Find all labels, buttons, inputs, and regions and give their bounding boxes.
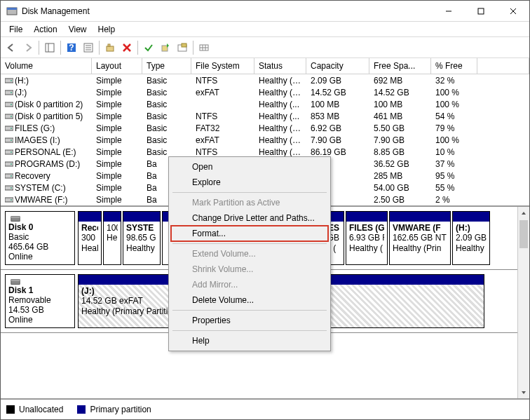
column-header-freespace[interactable]: Free Spa... (369, 58, 431, 74)
scroll-thumb[interactable] (519, 220, 528, 248)
svg-rect-48 (11, 217, 20, 218)
svg-rect-3 (478, 8, 484, 14)
toolbar-separator (193, 41, 193, 55)
svg-point-34 (11, 128, 12, 129)
export-button[interactable] (175, 40, 190, 55)
volume-row[interactable]: FILES (G:)SimpleBasicFAT32Healthy (P...6… (1, 122, 529, 134)
menu-item-action[interactable]: Action (28, 23, 62, 36)
svg-point-30 (11, 104, 12, 105)
legend-primary: Primary partition (77, 405, 151, 414)
context-item-shrink-volume: Shrink Volume... (171, 262, 328, 277)
context-item-change-drive-letter-and-paths[interactable]: Change Drive Letter and Paths... (171, 210, 328, 226)
context-item-explore[interactable]: Explore (171, 175, 328, 190)
svg-rect-41 (5, 174, 13, 178)
context-menu-separator (172, 310, 327, 311)
column-header-pctfree[interactable]: % Free (431, 58, 477, 74)
legend-label-unallocated: Unallocated (19, 405, 63, 414)
svg-point-40 (11, 163, 12, 165)
svg-rect-18 (162, 46, 168, 51)
partition[interactable]: (H:)2.09 GBHealthy (452, 211, 490, 265)
check-button[interactable] (141, 40, 156, 55)
svg-rect-35 (5, 138, 13, 142)
svg-rect-39 (5, 162, 13, 166)
scroll-down-button[interactable] (518, 386, 529, 398)
svg-point-36 (11, 140, 12, 141)
close-button[interactable] (497, 1, 529, 21)
context-menu-separator (172, 330, 327, 331)
column-header-type[interactable]: Type (142, 58, 191, 74)
column-header-layout[interactable]: Layout (92, 58, 142, 74)
context-item-mark-partition-as-active: Mark Partition as Active (171, 195, 328, 210)
window-title: Disk Management (22, 6, 433, 16)
svg-point-42 (11, 175, 12, 177)
column-header-filesystem[interactable]: File System (191, 58, 254, 74)
context-item-open[interactable]: Open (171, 159, 328, 175)
toolbar-separator (99, 41, 100, 55)
toolbar: ? (1, 37, 529, 58)
context-item-properties[interactable]: Properties (171, 313, 328, 328)
minimize-button[interactable] (433, 1, 465, 21)
delete-button[interactable] (119, 40, 135, 55)
back-button[interactable] (4, 40, 19, 55)
forward-button[interactable] (20, 40, 36, 55)
volume-row[interactable]: (Disk 0 partition 2)SimpleBasicHealthy (… (1, 98, 529, 110)
svg-text:?: ? (69, 43, 74, 53)
svg-rect-6 (46, 43, 54, 52)
volume-list-header[interactable]: Volume Layout Type File System Status Ca… (1, 58, 529, 74)
context-item-delete-volume[interactable]: Delete Volume... (171, 292, 328, 308)
help-button[interactable]: ? (64, 40, 79, 55)
svg-point-28 (11, 92, 12, 93)
svg-rect-37 (5, 150, 13, 154)
disk-management-window: Disk Management FileActionViewHelp ? Vol… (0, 0, 530, 420)
toolbar-separator (39, 41, 39, 55)
action-list-button[interactable] (81, 40, 96, 55)
disk-header[interactable]: Disk 1Removable14.53 GBOnline (5, 274, 75, 328)
svg-point-26 (11, 80, 12, 81)
menu-item-file[interactable]: File (4, 23, 28, 36)
column-header-capacity[interactable]: Capacity (306, 58, 369, 74)
menu-item-help[interactable]: Help (93, 23, 121, 36)
svg-rect-27 (5, 90, 13, 95)
disk-header[interactable]: Disk 0Basic465.64 GBOnline (5, 211, 75, 265)
volume-row[interactable]: (Disk 0 partition 5)SimpleBasicNTFSHealt… (1, 110, 529, 122)
svg-rect-45 (5, 198, 13, 202)
show-tree-button[interactable] (42, 40, 57, 55)
volume-row[interactable]: (H:)SimpleBasicNTFSHealthy (P...2.09 GB6… (1, 74, 529, 86)
grid-button[interactable] (196, 40, 212, 55)
vertical-scrollbar[interactable] (517, 207, 529, 398)
partition[interactable]: VMWARE (F162.65 GB NTHealthy (Prin (389, 211, 451, 265)
partition[interactable]: SYSTE98.65 GHealthy (123, 211, 161, 265)
app-icon (6, 6, 18, 17)
menubar: FileActionViewHelp (1, 22, 529, 37)
legend: Unallocated Primary partition (1, 398, 529, 419)
context-menu[interactable]: OpenExploreMark Partition as ActiveChang… (168, 156, 331, 351)
context-item-format[interactable]: Format... (171, 226, 328, 241)
legend-swatch-black (6, 405, 15, 414)
partition[interactable]: Reco300 MHeal (78, 211, 102, 265)
context-item-add-mirror: Add Mirror... (171, 277, 328, 292)
maximize-button[interactable] (465, 1, 497, 21)
legend-unallocated: Unallocated (6, 405, 63, 414)
svg-point-46 (11, 199, 12, 201)
legend-label-primary: Primary partition (90, 405, 151, 414)
svg-rect-25 (5, 79, 13, 83)
column-header-status[interactable]: Status (254, 58, 306, 74)
menu-item-view[interactable]: View (63, 23, 93, 36)
svg-rect-33 (5, 126, 13, 130)
column-header-volume[interactable]: Volume (1, 58, 92, 74)
volume-row[interactable]: (J:)SimpleBasicexFATHealthy (P...14.52 G… (1, 86, 529, 98)
svg-rect-20 (182, 43, 186, 47)
add-button[interactable] (158, 40, 173, 55)
volume-row[interactable]: IMAGES (I:)SimpleBasicexFATHealthy (P...… (1, 134, 529, 146)
svg-rect-15 (108, 44, 110, 46)
svg-rect-1 (7, 8, 17, 10)
partition[interactable]: 100He (103, 211, 121, 265)
scroll-up-button[interactable] (518, 207, 529, 219)
toolbar-separator (60, 41, 61, 55)
titlebar: Disk Management (1, 1, 529, 22)
context-menu-separator (172, 243, 327, 244)
properties-button[interactable] (102, 40, 118, 55)
context-item-help[interactable]: Help (171, 333, 328, 348)
column-header-extra[interactable] (477, 58, 529, 74)
partition[interactable]: FILES (G6.93 GB FHealthy ( (346, 211, 388, 265)
